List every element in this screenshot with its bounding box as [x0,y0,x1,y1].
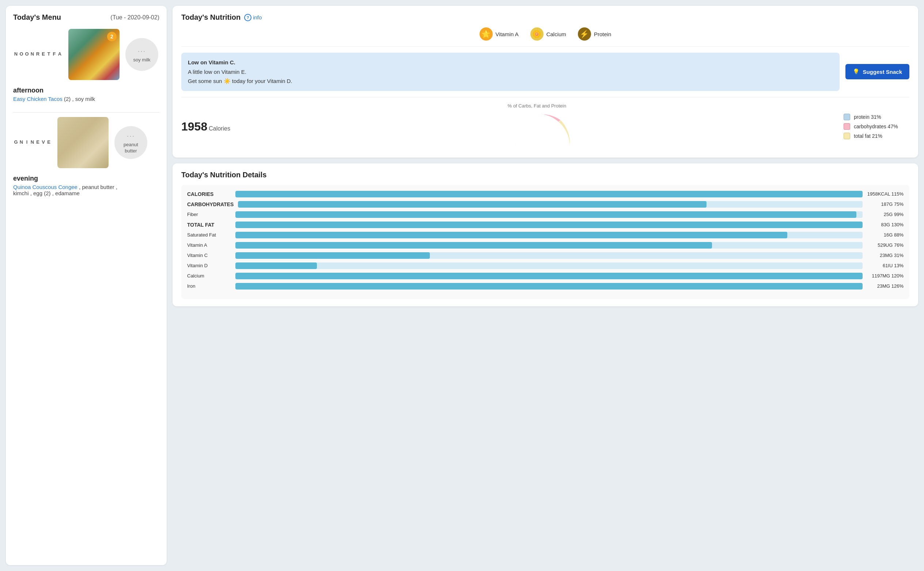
nutrition-bar-label: TOTAL FAT [187,222,231,228]
macros-row: 1958Calories % of Carbs, Fat and Protein [181,103,909,150]
info-label: info [253,14,262,20]
nutrition-summary-card: Today's Nutrition ? info 🌟 Vitamin A 🌼 C… [173,6,918,157]
nutrition-bar-label: Vitamin A [187,242,231,248]
badge-vitamin-a: 🌟 Vitamin A [480,28,519,40]
nutrition-bar-fill [235,232,787,238]
calories-display: 1958Calories [181,120,230,133]
nutrition-bar-label: Iron [187,283,231,289]
nutrition-bar-value: 1958KCAL 115% [867,191,904,197]
nutrition-bar-track [235,222,862,228]
meal-badge-afternoon: 2 [107,32,117,41]
nutrition-bar-row: Fiber25G 99% [187,211,904,218]
nutrition-title: Today's Nutrition [181,13,241,22]
nutrition-bar-fill [235,242,712,248]
nutrition-bar-value: 16G 88% [867,232,904,238]
nutrition-bar-label: Vitamin D [187,263,231,269]
meal-name-afternoon: afternoon Easy Chicken Tacos (2) , soy m… [13,84,159,105]
nutrition-bar-row: Saturated Fat16G 88% [187,232,904,238]
badge-vitamin-a-label: Vitamin A [496,31,519,37]
nutrition-bar-fill [235,222,862,228]
meal-foods-text-evening: Quinoa Couscous Congee , peanut butter ,… [13,184,159,196]
chart-title: % of Carbs, Fat and Protein [508,103,566,108]
panel-date: (Tue - 2020-09-02) [110,14,159,21]
nutrition-bar-row: Vitamin C23MG 31% [187,252,904,259]
nutrition-bar-value: 83G 130% [867,222,904,227]
nutrition-bar-track [235,262,862,269]
suggest-snack-button[interactable]: 💡 Suggest Snack [845,64,909,79]
suggest-label: Suggest Snack [862,69,902,75]
macros-donut-chart [500,110,574,150]
badges-row: 🌟 Vitamin A 🌼 Calcium ⚡ Protein [181,28,909,47]
meal-extra-dots-evening: ··· [127,131,135,140]
nutrition-bar-track [235,283,862,290]
nutrition-bar-track [235,191,862,198]
nutrition-bar-fill [235,191,862,198]
calcium-icon: 🌼 [531,28,543,40]
nutrition-details-card: Today's Nutrition Details CALORIES1958KC… [173,164,918,306]
nutrition-bar-track [235,252,862,259]
legend-protein-label: protein 31% [854,114,881,120]
calories-unit: Calories [209,125,230,131]
meal-food-img-inner-evening [57,117,108,168]
nutrition-bar-value: 529UG 76% [867,242,904,248]
meal-link-congee[interactable]: Quinoa Couscous Congee [13,184,77,190]
meal-extra-label: soy milk [133,57,151,63]
alert-line-3: Get some sun ☀️ today for your Vitamin D… [188,76,833,86]
meal-extra-dots: ··· [138,46,146,56]
info-circle-icon: ? [244,14,251,21]
nutrition-bar-label: Vitamin C [187,253,231,258]
nutrition-bar-fill [235,211,856,218]
nutrition-bar-row: TOTAL FAT83G 130% [187,222,904,228]
nutrition-bar-value: 23MG 126% [867,283,904,289]
meal-section-afternoon: AFTERNOON 2 ··· soy milk afternoon Easy … [13,29,159,105]
nutrition-bar-value: 61IU 13% [867,263,904,269]
meal-images-row-afternoon: AFTERNOON 2 ··· soy milk [13,29,159,80]
meal-images-row-evening: EVENING ··· peanutbutter [13,117,159,168]
nutrition-bar-label: Fiber [187,211,231,217]
legend-carbs-label: carbohydrates 47% [854,123,898,130]
nutrition-bar-track [235,232,862,238]
right-panel: Today's Nutrition ? info 🌟 Vitamin A 🌼 C… [173,6,918,565]
legend-protein: protein 31% [844,114,909,120]
legend-box-carbs [844,123,850,130]
meal-time-label-afternoon: afternoon [13,86,159,94]
nutrition-bar-fill [235,262,317,269]
nutrition-bar-row: Iron23MG 126% [187,283,904,290]
protein-icon: ⚡ [578,28,591,40]
meal-name-evening: evening Quinoa Couscous Congee , peanut … [13,172,159,199]
nutrition-bar-row: Vitamin D61IU 13% [187,262,904,269]
nutrition-bar-value: 23MG 31% [867,253,904,258]
meal-extra-label-evening: peanutbutter [123,142,138,154]
nutrition-bar-value: 25G 99% [867,211,904,217]
nutrition-bar-row: CALORIES1958KCAL 115% [187,191,904,198]
calories-value: 1958 [181,120,207,133]
nutrition-bar-label: CALORIES [187,191,231,197]
nutrition-bar-row: CARBOHYDRATES187G 75% [187,201,904,208]
meal-foods-text-afternoon: Easy Chicken Tacos (2) , soy milk [13,96,159,102]
meal-link-chicken-tacos[interactable]: Easy Chicken Tacos [13,96,63,102]
badge-protein: ⚡ Protein [578,28,611,40]
details-inner: CALORIES1958KCAL 115%CARBOHYDRATES187G 7… [181,185,909,299]
meal-label-vertical-afternoon: AFTERNOON [13,51,63,58]
meal-extra-soy-milk: ··· soy milk [125,38,158,71]
nutrition-bar-track [235,242,862,248]
vitamin-a-icon: 🌟 [480,28,493,40]
nutrition-bar-fill [235,283,862,290]
left-panel: Today's Menu (Tue - 2020-09-02) AFTERNOO… [6,6,167,565]
svg-rect-0 [500,146,574,150]
info-button[interactable]: ? info [244,14,262,21]
nutrition-bar-fill [235,273,862,279]
alert-box: Low on Vitamin C. A little low on Vitami… [181,52,839,91]
meal-section-evening: EVENING ··· peanutbutter evening Quinoa … [13,117,159,199]
nutrition-bar-track [235,273,862,279]
nutrition-bar-row: Vitamin A529UG 76% [187,242,904,248]
legend-fat: total fat 21% [844,133,909,139]
badge-calcium: 🌼 Calcium [531,28,566,40]
meal-time-label-evening: evening [13,175,159,182]
alert-row: Low on Vitamin C. A little low on Vitami… [181,52,909,97]
meal-divider [13,112,159,113]
legend-carbs: carbohydrates 47% [844,123,909,130]
nutrition-bar-track [238,201,862,208]
suggest-icon: 💡 [853,68,860,75]
nutrition-bar-fill [238,201,706,208]
